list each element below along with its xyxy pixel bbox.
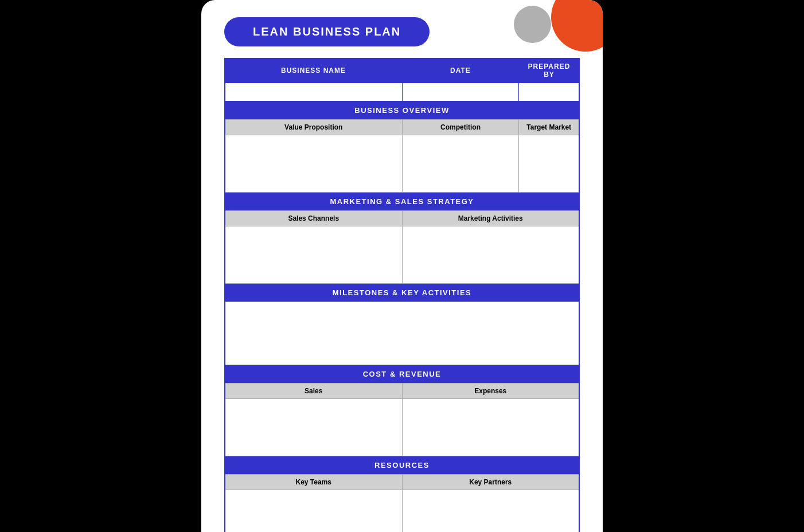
sales-header: Sales <box>225 383 402 398</box>
cost-data-row <box>225 398 579 456</box>
milestones-section-row: MILESTONES & KEY ACTIVITIES <box>225 283 579 302</box>
info-header-row: BUSINESS NAME DATE PREPARED BY <box>225 58 579 83</box>
page-title: LEAN BUSINESS PLAN <box>253 25 401 38</box>
competition-header: Competition <box>402 119 519 135</box>
cost-col-header-row: Sales Expenses <box>225 383 579 398</box>
resources-header: RESOURCES <box>225 456 579 474</box>
title-pill: LEAN BUSINESS PLAN <box>224 17 430 46</box>
marketing-activities-cell[interactable] <box>402 226 579 283</box>
plan-table: BUSINESS NAME DATE PREPARED BY BUSINESS … <box>224 58 580 532</box>
cost-section-row: COST & REVENUE <box>225 365 579 383</box>
key-teams-header: Key Teams <box>225 474 402 490</box>
milestones-cell[interactable] <box>225 302 579 365</box>
milestones-data-row <box>225 302 579 365</box>
marketing-col-header-row: Sales Channels Marketing Activities <box>225 210 579 226</box>
date-header: DATE <box>402 58 519 83</box>
resources-section-row: RESOURCES <box>225 456 579 474</box>
page-card: LEAN BUSINESS PLAN BUSINESS NAME DATE PR… <box>201 0 603 532</box>
value-prop-cell[interactable] <box>225 135 402 192</box>
marketing-header: MARKETING & SALES STRATEGY <box>225 192 579 210</box>
marketing-section-row: MARKETING & SALES STRATEGY <box>225 192 579 210</box>
target-market-cell[interactable] <box>519 135 579 192</box>
key-partners-header: Key Partners <box>402 474 579 490</box>
business-overview-header: BUSINESS OVERVIEW <box>225 101 579 119</box>
competition-cell[interactable] <box>402 135 519 192</box>
key-partners-cell[interactable] <box>402 490 579 532</box>
resources-col-header-row: Key Teams Key Partners <box>225 474 579 490</box>
business-name-header: BUSINESS NAME <box>225 58 402 83</box>
info-data-row <box>225 83 579 101</box>
marketing-activities-header: Marketing Activities <box>402 210 579 226</box>
expenses-header: Expenses <box>402 383 579 398</box>
sales-cell[interactable] <box>225 398 402 456</box>
content-area: BUSINESS NAME DATE PREPARED BY BUSINESS … <box>201 46 603 532</box>
value-prop-header: Value Proposition <box>225 119 402 135</box>
business-overview-section-row: BUSINESS OVERVIEW <box>225 101 579 119</box>
marketing-data-row <box>225 226 579 283</box>
header-area: LEAN BUSINESS PLAN <box>201 0 603 46</box>
cost-header: COST & REVENUE <box>225 365 579 383</box>
sales-channels-cell[interactable] <box>225 226 402 283</box>
resources-data-row <box>225 490 579 532</box>
key-teams-cell[interactable] <box>225 490 402 532</box>
business-name-cell[interactable] <box>225 83 402 101</box>
prepared-by-header: PREPARED BY <box>519 58 579 83</box>
prepared-by-cell[interactable] <box>519 83 579 101</box>
milestones-header: MILESTONES & KEY ACTIVITIES <box>225 283 579 302</box>
business-overview-data-row <box>225 135 579 192</box>
expenses-cell[interactable] <box>402 398 579 456</box>
sales-channels-header: Sales Channels <box>225 210 402 226</box>
business-overview-col-header-row: Value Proposition Competition Target Mar… <box>225 119 579 135</box>
date-cell[interactable] <box>402 83 519 101</box>
target-market-header: Target Market <box>519 119 579 135</box>
